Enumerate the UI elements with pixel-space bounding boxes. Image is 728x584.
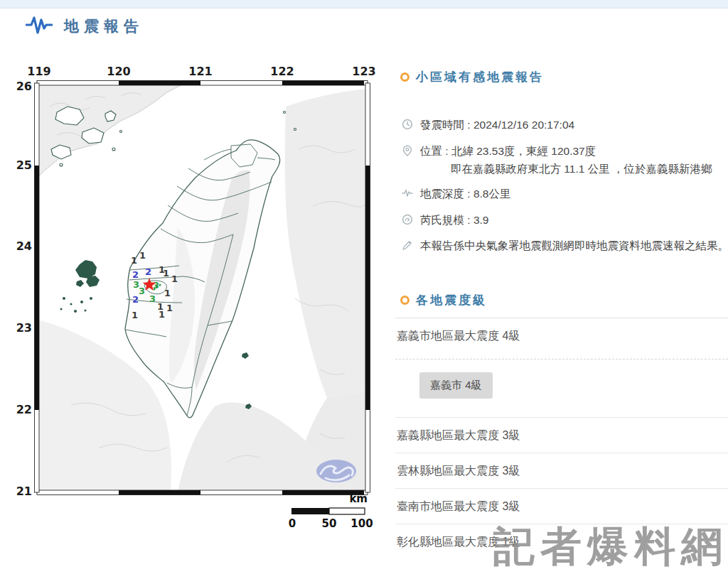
cwa-logo [316, 460, 356, 482]
depth-row: 地震深度 : 8.8公里 [402, 187, 510, 202]
row-divider [395, 417, 728, 418]
page-header: 地震報告 [26, 14, 144, 38]
intensity-marker: 1 [166, 303, 173, 313]
origin-time-row: 發震時間 : 2024/12/16 20:17:04 [402, 118, 574, 133]
y-tick: 22 [16, 403, 32, 416]
top-strip [0, 0, 728, 9]
intensity-marker: 1 [131, 255, 137, 266]
x-tick: 120 [107, 65, 130, 78]
region-intensity-row[interactable]: 臺南市地區最大震度 3級 [397, 499, 520, 514]
depth-wave-icon [402, 188, 413, 202]
y-tick: 23 [16, 321, 32, 335]
intensity-marker: 1 [132, 310, 138, 320]
pen-icon [402, 239, 413, 254]
site-watermark: 記者爆料網 [493, 519, 728, 575]
row-divider-dashed [395, 359, 728, 359]
section-title: 小區域有感地震報告 [416, 69, 544, 85]
y-tick: 21 [16, 485, 32, 498]
intensity-marker: 2 [145, 266, 151, 277]
orange-bullet-icon [400, 296, 410, 305]
origin-time-text: 發震時間 : 2024/12/16 20:17:04 [420, 118, 574, 133]
intensity-marker: 3 [149, 293, 156, 304]
row-divider [395, 318, 728, 318]
location-line1: 位置 : 北緯 23.53度，東經 120.37度 [420, 144, 596, 159]
seismograph-icon [26, 14, 53, 38]
region-intensity-row[interactable]: 嘉義縣地區最大震度 3級 [397, 428, 520, 443]
region-intensity-row[interactable]: 嘉義市地區最大震度 4級 [397, 329, 520, 344]
x-tick: 121 [188, 65, 212, 78]
scale-tick: 100 [350, 517, 373, 530]
magnitude-row: 芮氏規模 : 3.9 [402, 213, 488, 228]
depth-text: 地震深度 : 8.8公里 [420, 187, 510, 202]
y-tick: 26 [16, 80, 32, 93]
location-line2: 即在嘉義縣政府東北方 11.1 公里 ，位於嘉義縣新港鄉 [451, 162, 712, 177]
x-tick: 119 [27, 65, 50, 78]
scale-tick: 0 [289, 517, 296, 530]
section-title: 各地震度級 [416, 292, 487, 308]
map-scale-bar: km 0 50 100 [289, 492, 373, 530]
mainland-china-coast [37, 83, 185, 179]
intensity-marker: 1 [171, 274, 178, 284]
page-title: 地震報告 [64, 16, 144, 36]
intensity-marker: 1 [139, 250, 146, 261]
earthquake-report-page: 地震報告 [0, 0, 728, 584]
y-tick: 24 [16, 239, 32, 253]
location-row: 位置 : 北緯 23.53度，東經 120.37度 [402, 144, 596, 159]
magnitude-icon [402, 214, 413, 228]
location-pin-icon [402, 145, 413, 159]
scale-unit: km [349, 492, 368, 505]
intensity-marker: 1 [163, 268, 169, 279]
magnitude-text: 芮氏規模 : 3.9 [420, 213, 488, 228]
intensity-marker: 1 [159, 309, 165, 320]
report-note-row: 本報告係中央氣象署地震觀測網即時地震資料地震速報之結果。 [402, 239, 728, 254]
station-intensity-badge: 嘉義市 4級 [419, 372, 493, 399]
section-intensity-levels: 各地震度級 [400, 292, 487, 308]
intensity-marker: 1 [164, 288, 171, 298]
x-tick: 123 [352, 65, 375, 78]
intensity-marker: 2 [132, 269, 139, 280]
section-small-area-report: 小區域有感地震報告 [400, 69, 544, 85]
y-tick: 25 [16, 158, 32, 172]
intensity-marker: 3 [139, 286, 145, 296]
row-divider [395, 488, 728, 489]
scale-tick: 50 [322, 517, 337, 530]
report-note-text: 本報告係中央氣象署地震觀測網即時地震資料地震速報之結果。 [420, 239, 728, 254]
orange-bullet-icon [400, 72, 410, 82]
x-tick: 122 [270, 65, 294, 78]
intensity-map: 1 1 2 2 1 1 1 3 3 3 1 2 3 1 1 1 1 [14, 64, 387, 533]
intensity-marker: 2 [132, 294, 139, 305]
clock-icon [402, 119, 413, 133]
region-intensity-row[interactable]: 雲林縣地區最大震度 3級 [397, 464, 520, 479]
taiwan-map-figure: 1 1 2 2 1 1 1 3 3 3 1 2 3 1 1 1 1 [14, 64, 387, 533]
row-divider [395, 453, 728, 453]
taiwan-island [125, 140, 280, 418]
